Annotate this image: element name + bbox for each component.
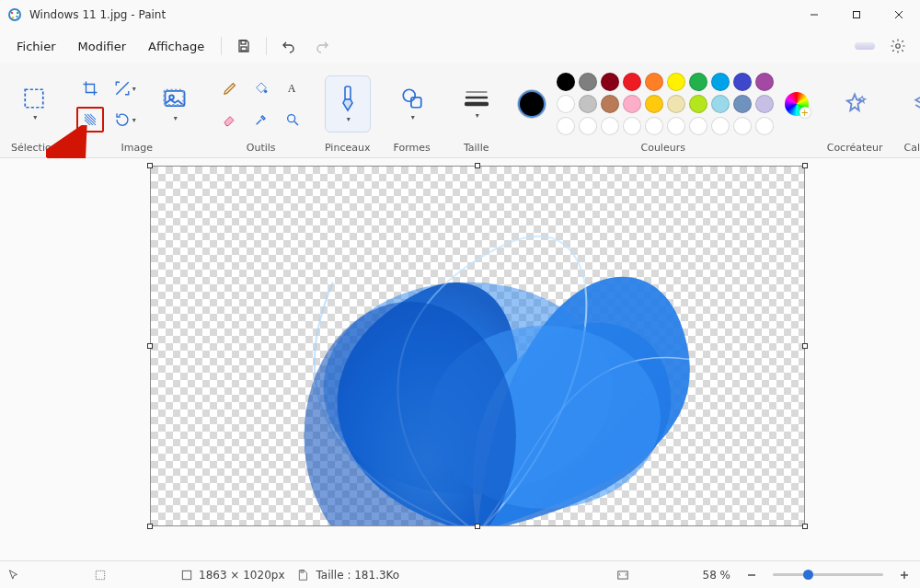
color-swatch[interactable] (755, 95, 774, 113)
color-swatch[interactable] (667, 95, 685, 113)
maximize-button[interactable] (835, 0, 878, 29)
remove-background-button[interactable] (76, 107, 104, 133)
selection-tool[interactable]: ▾ (11, 75, 57, 133)
menu-edit[interactable]: Modifier (69, 34, 136, 59)
color-swatch[interactable] (711, 95, 730, 113)
color-swatch-empty[interactable] (601, 117, 619, 135)
picker-tool[interactable] (247, 107, 275, 133)
color-swatch-empty[interactable] (579, 117, 597, 135)
color-swatch-empty[interactable] (557, 117, 575, 135)
filesize-indicator: Taille : 181.3Ko (297, 569, 399, 582)
resize-button[interactable]: ▾ (108, 75, 143, 101)
group-layers: Calques (894, 68, 920, 156)
cursor-tool-indicator (7, 569, 81, 582)
group-label-image: Image (121, 142, 152, 156)
group-shapes: ▾ Formes (382, 68, 443, 156)
cocreator-button[interactable] (832, 75, 878, 133)
eraser-tool[interactable] (216, 107, 244, 133)
fit-screen-button[interactable] (616, 569, 690, 582)
fill-tool[interactable] (247, 75, 275, 101)
group-label-shapes: Formes (394, 142, 431, 156)
text-tool[interactable]: A (279, 75, 306, 101)
color-swatch[interactable] (667, 73, 685, 91)
color-swatch-empty[interactable] (711, 117, 730, 135)
dimensions-indicator: 1863 × 1020px (180, 569, 284, 582)
color-swatch[interactable] (689, 95, 707, 113)
color-swatch[interactable] (557, 73, 575, 91)
close-button[interactable] (878, 0, 920, 29)
group-brushes: ▾ Pinceaux (317, 68, 378, 156)
group-size: ▾ Taille (446, 68, 507, 156)
minimize-button[interactable] (793, 0, 835, 29)
zoom-out-button[interactable] (743, 567, 760, 583)
account-pill-icon[interactable] (850, 31, 880, 61)
undo-button[interactable] (274, 31, 304, 61)
brush-tool[interactable]: ▾ (325, 75, 371, 133)
color-swatch[interactable] (733, 95, 752, 113)
resize-handle-nw[interactable] (147, 163, 153, 168)
rotate-button[interactable]: ▾ (108, 107, 143, 133)
svg-rect-10 (241, 47, 247, 51)
svg-rect-31 (182, 571, 190, 579)
color-swatch-empty[interactable] (645, 117, 663, 135)
color-swatch[interactable] (623, 73, 641, 91)
color-swatch[interactable] (689, 73, 707, 91)
color-swatch-empty[interactable] (623, 117, 641, 135)
color-swatch[interactable] (623, 95, 641, 113)
zoom-in-button[interactable] (896, 567, 913, 583)
resize-handle-sw[interactable] (147, 524, 153, 529)
color-swatch[interactable] (755, 73, 774, 91)
color-swatch[interactable] (645, 95, 663, 113)
color-swatch-empty[interactable] (667, 117, 685, 135)
menu-view[interactable]: Affichage (139, 34, 213, 59)
ribbon: ▾ Sélection ▾ ▾ (0, 63, 920, 158)
zoom-tool[interactable] (279, 107, 306, 133)
svg-point-11 (896, 44, 901, 49)
color-swatch[interactable] (733, 73, 752, 91)
svg-point-4 (16, 16, 17, 17)
resize-handle-ne[interactable] (802, 163, 808, 168)
color-swatch-empty[interactable] (733, 117, 752, 135)
color-1-swatch[interactable] (518, 90, 546, 118)
canvas[interactable] (150, 166, 805, 526)
svg-point-2 (17, 12, 18, 14)
chevron-down-icon: ▾ (33, 113, 37, 121)
save-button[interactable] (229, 31, 259, 61)
color-swatch[interactable] (601, 73, 619, 91)
size-button[interactable]: ▾ (454, 75, 500, 133)
workspace[interactable] (0, 158, 920, 560)
resize-handle-s[interactable] (475, 524, 480, 529)
color-wheel-icon (785, 92, 809, 116)
color-swatch-empty[interactable] (755, 117, 774, 135)
layers-button[interactable] (902, 75, 920, 133)
color-swatch[interactable] (711, 73, 730, 91)
svg-point-3 (12, 17, 14, 18)
crop-button[interactable] (76, 75, 104, 101)
resize-handle-e[interactable] (802, 343, 808, 349)
color-swatch[interactable] (645, 73, 663, 91)
resize-handle-w[interactable] (147, 343, 153, 349)
settings-button[interactable] (883, 31, 913, 61)
zoom-value: 58 % (703, 569, 731, 582)
group-label-cocreator: Cocréateur (827, 142, 883, 156)
svg-line-19 (294, 121, 298, 125)
group-label-tools: Outils (247, 142, 276, 156)
color-swatch[interactable] (557, 95, 575, 113)
zoom-slider[interactable] (773, 573, 883, 576)
pencil-tool[interactable] (216, 75, 244, 101)
shapes-button[interactable]: ▾ (389, 75, 435, 133)
image-content (151, 167, 804, 525)
current-color[interactable] (518, 90, 546, 118)
svg-rect-22 (411, 98, 421, 108)
color-swatch[interactable] (601, 95, 619, 113)
menu-file[interactable]: Fichier (7, 34, 65, 59)
color-swatch[interactable] (579, 95, 597, 113)
resize-handle-n[interactable] (475, 163, 480, 168)
image-generate-button[interactable]: ▾ (152, 75, 198, 133)
svg-point-21 (403, 89, 415, 101)
edit-colors-button[interactable] (785, 92, 809, 116)
color-swatch[interactable] (579, 73, 597, 91)
color-swatch-empty[interactable] (689, 117, 707, 135)
resize-handle-se[interactable] (802, 524, 808, 529)
redo-button[interactable] (307, 31, 337, 61)
